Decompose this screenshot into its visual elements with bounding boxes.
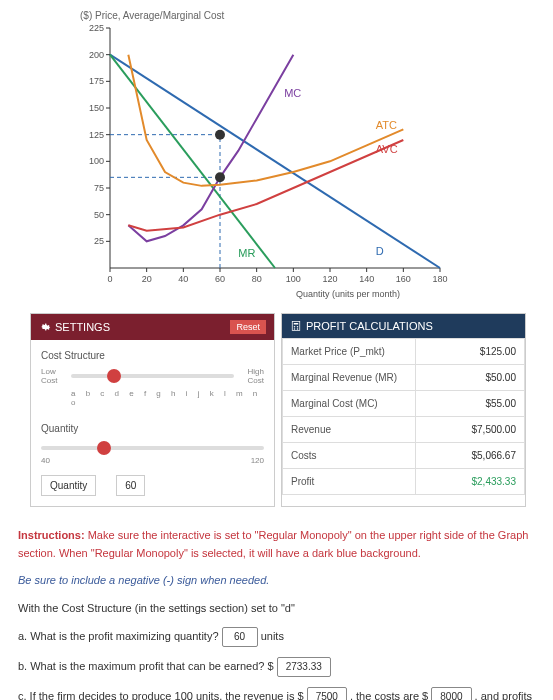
letter-scale: a b c d e f g h i j k l m n o [71, 389, 264, 407]
svg-text:50: 50 [94, 210, 104, 220]
svg-text:80: 80 [252, 274, 262, 284]
quantity-value-box: 60 [116, 475, 145, 496]
svg-text:MC: MC [284, 87, 301, 99]
svg-rect-51 [292, 322, 300, 331]
svg-text:100: 100 [89, 156, 104, 166]
low-label: Low Cost [41, 367, 65, 385]
answer-b[interactable]: 2733.33 [277, 657, 331, 677]
chart-title: ($) Price, Average/Marginal Cost [80, 10, 543, 21]
settings-title: SETTINGS [55, 321, 110, 333]
profit-title: PROFIT CALCULATIONS [306, 320, 433, 332]
svg-text:MR: MR [238, 247, 255, 259]
q-max: 120 [251, 456, 264, 465]
svg-text:Quantity (units per month): Quantity (units per month) [296, 289, 400, 299]
cost-chart: 0204060801001201401601802550751001251501… [80, 23, 460, 303]
svg-text:125: 125 [89, 130, 104, 140]
svg-text:25: 25 [94, 236, 104, 246]
high-label: High Cost [240, 367, 264, 385]
profit-table: Market Price (P_mkt)$125.00Marginal Reve… [282, 338, 525, 495]
svg-point-53 [294, 326, 296, 328]
cost-slider[interactable] [71, 368, 234, 384]
calculator-icon [290, 320, 302, 332]
svg-text:20: 20 [142, 274, 152, 284]
svg-text:225: 225 [89, 23, 104, 33]
instructions: Instructions: Make sure the interactive … [10, 527, 543, 700]
svg-point-54 [297, 326, 299, 328]
svg-text:200: 200 [89, 50, 104, 60]
table-row: Marginal Cost (MC)$55.00 [283, 391, 525, 417]
table-row: Revenue$7,500.00 [283, 417, 525, 443]
svg-text:AVC: AVC [376, 143, 398, 155]
svg-point-49 [215, 130, 225, 140]
svg-rect-52 [294, 323, 299, 325]
svg-text:60: 60 [215, 274, 225, 284]
svg-text:120: 120 [322, 274, 337, 284]
table-row: Profit$2,433.33 [283, 469, 525, 495]
svg-text:100: 100 [286, 274, 301, 284]
svg-text:180: 180 [432, 274, 447, 284]
quantity-slider[interactable] [41, 440, 264, 456]
gear-icon [39, 321, 51, 333]
svg-text:D: D [376, 245, 384, 257]
table-row: Costs$5,066.67 [283, 443, 525, 469]
answer-a[interactable]: 60 [222, 627, 258, 647]
q-min: 40 [41, 456, 50, 465]
svg-point-55 [294, 328, 296, 330]
answer-c-cost[interactable]: 8000 [431, 687, 471, 700]
svg-text:75: 75 [94, 183, 104, 193]
answer-c-rev[interactable]: 7500 [307, 687, 347, 700]
table-row: Market Price (P_mkt)$125.00 [283, 339, 525, 365]
svg-text:40: 40 [178, 274, 188, 284]
reset-button[interactable]: Reset [230, 320, 266, 334]
svg-text:140: 140 [359, 274, 374, 284]
quantity-box: Quantity [41, 475, 96, 496]
settings-panel: SETTINGS Reset Cost Structure Low Cost H… [30, 313, 275, 507]
svg-point-56 [297, 328, 299, 330]
svg-text:0: 0 [107, 274, 112, 284]
cost-structure-label: Cost Structure [41, 350, 264, 361]
svg-text:175: 175 [89, 76, 104, 86]
svg-text:160: 160 [396, 274, 411, 284]
table-row: Marginal Revenue (MR)$50.00 [283, 365, 525, 391]
svg-point-50 [215, 172, 225, 182]
profit-panel: PROFIT CALCULATIONS Market Price (P_mkt)… [281, 313, 526, 507]
quantity-label: Quantity [41, 423, 264, 434]
svg-text:150: 150 [89, 103, 104, 113]
svg-text:ATC: ATC [376, 119, 397, 131]
